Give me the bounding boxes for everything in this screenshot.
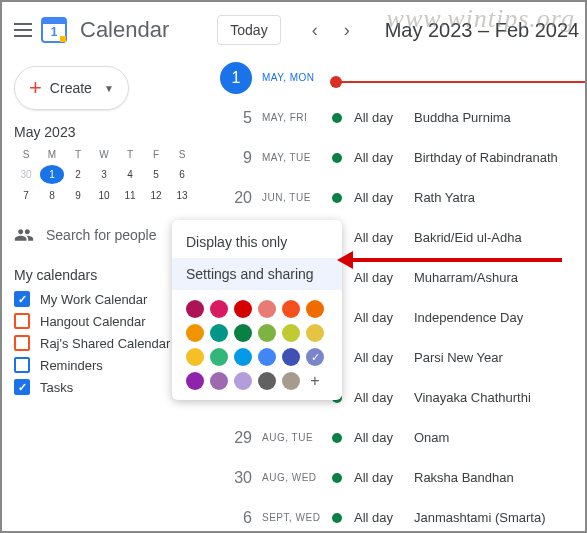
color-swatch[interactable] (210, 324, 228, 342)
mini-day[interactable]: 11 (118, 186, 142, 205)
schedule-dow: May, Tue (262, 152, 332, 163)
schedule-row[interactable]: 20Jun, TueAll dayRath Yatra (202, 178, 585, 218)
create-button[interactable]: + Create ▼ (14, 66, 129, 110)
mini-day[interactable]: 1 (40, 165, 64, 184)
search-people-label: Search for people (46, 227, 157, 243)
schedule-row[interactable]: 29Aug, TueAll dayOnam (202, 418, 585, 458)
schedule-dow: Aug, Wed (262, 472, 332, 483)
mini-day[interactable]: 9 (66, 186, 90, 205)
event-title: Birthday of Rabindranath (414, 150, 558, 165)
mini-dow: S (170, 146, 194, 163)
prev-period-button[interactable]: ‹ (301, 16, 329, 44)
search-people[interactable]: Search for people (14, 221, 194, 249)
mini-day[interactable]: 4 (118, 165, 142, 184)
color-swatch[interactable] (282, 324, 300, 342)
mini-day[interactable]: 7 (14, 186, 38, 205)
mini-day[interactable]: 8 (40, 186, 64, 205)
mini-day[interactable]: 12 (144, 186, 168, 205)
event-title: Muharram/Ashura (414, 270, 518, 285)
schedule-row[interactable]: 30Aug, WedAll dayRaksha Bandhan (202, 458, 585, 498)
color-swatch[interactable] (282, 372, 300, 390)
color-swatch[interactable] (282, 300, 300, 318)
schedule-row[interactable]: 1May, Mon (202, 58, 585, 98)
calendar-label: My Work Calendar (40, 292, 147, 307)
schedule-row[interactable]: 9May, TueAll dayBirthday of Rabindranath (202, 138, 585, 178)
color-swatch[interactable] (258, 372, 276, 390)
calendar-item[interactable]: Reminders (14, 357, 194, 373)
mini-day[interactable]: 6 (170, 165, 194, 184)
event-time: All day (354, 470, 414, 485)
calendar-label: Reminders (40, 358, 103, 373)
mini-day[interactable]: 30 (14, 165, 38, 184)
event-dot-icon (332, 513, 342, 523)
color-swatch[interactable] (234, 324, 252, 342)
calendar-item[interactable]: Raj's Shared Calendar (14, 335, 194, 351)
mini-day[interactable]: 2 (66, 165, 90, 184)
color-swatch[interactable] (210, 372, 228, 390)
mini-dow: T (66, 146, 90, 163)
mini-dow: T (118, 146, 142, 163)
color-swatch[interactable] (306, 324, 324, 342)
menu-display-only[interactable]: Display this only (172, 226, 342, 258)
calendar-logo-icon: 1 (40, 14, 68, 46)
schedule-date: 30 (202, 469, 262, 487)
mini-day[interactable]: 5 (144, 165, 168, 184)
next-period-button[interactable]: › (333, 16, 361, 44)
mini-day[interactable]: 13 (170, 186, 194, 205)
hamburger-icon[interactable] (14, 18, 32, 42)
event-time: All day (354, 150, 414, 165)
calendar-checkbox[interactable] (14, 313, 30, 329)
schedule-row[interactable]: 6Sept, WedAll dayJanmashtami (Smarta) (202, 498, 585, 531)
add-color-button[interactable]: + (306, 372, 324, 390)
calendar-list: My Work CalendarHangout CalendarRaj's Sh… (14, 291, 194, 395)
event-title: Onam (414, 430, 449, 445)
color-swatch[interactable] (234, 372, 252, 390)
event-dot-icon (332, 153, 342, 163)
event-dot-icon (332, 473, 342, 483)
color-swatch[interactable] (186, 372, 204, 390)
color-swatch[interactable] (306, 300, 324, 318)
color-swatch[interactable] (186, 348, 204, 366)
color-swatch[interactable] (186, 300, 204, 318)
calendar-item[interactable]: Hangout Calendar (14, 313, 194, 329)
event-time: All day (354, 430, 414, 445)
event-title: Vinayaka Chathurthi (414, 390, 531, 405)
mini-day[interactable]: 10 (92, 186, 116, 205)
mini-calendar[interactable]: SMTWTFS3012345678910111213 (14, 146, 194, 205)
event-title: Buddha Purnima (414, 110, 511, 125)
event-time: All day (354, 190, 414, 205)
my-calendars-heading: My calendars (14, 267, 194, 283)
color-swatch[interactable] (186, 324, 204, 342)
color-swatch[interactable] (234, 300, 252, 318)
color-swatch[interactable] (258, 300, 276, 318)
mini-day[interactable]: 3 (92, 165, 116, 184)
color-swatch[interactable] (306, 348, 324, 366)
today-button[interactable]: Today (217, 15, 280, 45)
calendar-checkbox[interactable] (14, 379, 30, 395)
schedule-dow: May, Fri (262, 112, 332, 123)
event-time: All day (354, 230, 414, 245)
schedule-date: 9 (202, 149, 262, 167)
calendar-checkbox[interactable] (14, 291, 30, 307)
calendar-context-menu: Display this only Settings and sharing + (172, 220, 342, 400)
color-picker: + (172, 290, 342, 394)
calendar-checkbox[interactable] (14, 335, 30, 351)
app-title: Calendar (80, 17, 169, 43)
calendar-label: Hangout Calendar (40, 314, 146, 329)
mini-dow: S (14, 146, 38, 163)
color-swatch[interactable] (258, 324, 276, 342)
schedule-date: 6 (202, 509, 262, 527)
calendar-checkbox[interactable] (14, 357, 30, 373)
color-swatch[interactable] (282, 348, 300, 366)
color-swatch[interactable] (234, 348, 252, 366)
now-indicator-line (336, 81, 585, 83)
menu-settings-sharing[interactable]: Settings and sharing (172, 258, 342, 290)
schedule-row[interactable]: 5May, FriAll dayBuddha Purnima (202, 98, 585, 138)
calendar-item[interactable]: Tasks (14, 379, 194, 395)
color-swatch[interactable] (210, 348, 228, 366)
calendar-item[interactable]: My Work Calendar (14, 291, 194, 307)
schedule-dow: Aug, Tue (262, 432, 332, 443)
color-swatch[interactable] (258, 348, 276, 366)
color-swatch[interactable] (210, 300, 228, 318)
create-label: Create (50, 80, 92, 96)
